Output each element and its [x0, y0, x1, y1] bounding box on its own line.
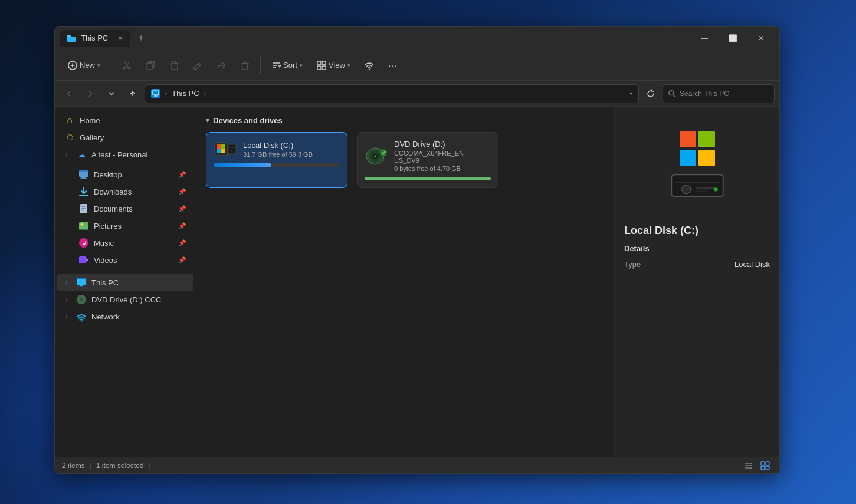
cloud-expand-icon: › — [62, 150, 71, 159]
tab-label: This PC — [81, 34, 108, 42]
view-chevron-icon: ▾ — [347, 62, 350, 68]
svg-point-56 — [231, 150, 232, 152]
svg-rect-74 — [766, 462, 769, 465]
sidebar-item-videos[interactable]: Videos 📌 — [57, 252, 193, 268]
sidebar-item-desktop[interactable]: Desktop 📌 — [57, 166, 193, 183]
back-icon — [65, 90, 73, 98]
thispc-svg-icon — [76, 277, 87, 288]
sidebar-item-music[interactable]: Music 📌 — [57, 235, 193, 251]
sidebar-item-cloud[interactable]: › ☁ A test - Personal — [57, 146, 193, 163]
dvd-icon — [365, 147, 388, 166]
share-more-button[interactable] — [359, 55, 380, 76]
sidebar-item-downloads[interactable]: Downloads 📌 — [57, 183, 193, 200]
drive-c-name: Local Disk (C:) — [243, 141, 340, 150]
sidebar-network-label: Network — [91, 312, 120, 321]
svg-rect-28 — [81, 177, 86, 178]
svg-point-47 — [81, 299, 82, 300]
windows-logo — [680, 131, 715, 166]
paste-button[interactable] — [163, 55, 185, 76]
svg-point-65 — [684, 188, 687, 191]
refresh-button[interactable] — [641, 84, 660, 103]
drive-item-d[interactable]: DVD Drive (D:) CCCOMA_X64FRE_EN-US_DV9 0… — [357, 132, 498, 188]
grid-view-icon — [760, 461, 770, 470]
sidebar-item-dvd[interactable]: › DVD Drive (D:) CCC — [57, 291, 193, 308]
downloads-pin-icon: 📌 — [178, 188, 186, 196]
statusbar-view-controls — [742, 460, 772, 472]
sidebar-item-pictures[interactable]: Pictures 📌 — [57, 218, 193, 234]
drive-d-subname: CCCOMA_X64FRE_EN-US_DV9 — [394, 150, 491, 164]
section-title: Devices and drives — [213, 116, 283, 125]
address-pc-icon — [151, 89, 160, 98]
home-icon: ⌂ — [64, 115, 75, 126]
svg-line-25 — [673, 94, 675, 97]
drives-grid: Local Disk (C:) 31.7 GB free of 59.3 GB — [206, 132, 605, 188]
svg-point-20 — [369, 68, 370, 70]
svg-rect-8 — [172, 63, 178, 70]
main-content: ▾ Devices and drives — [196, 107, 614, 457]
detail-drive-title: Local Disk (C:) — [624, 225, 698, 237]
drive-d-progress-bg — [365, 177, 491, 180]
more-button[interactable]: ··· — [382, 55, 404, 76]
view-button[interactable]: View ▾ — [311, 57, 356, 74]
svg-rect-62 — [671, 174, 723, 197]
new-tab-button[interactable]: ＋ — [133, 30, 149, 47]
sidebar-item-home[interactable]: ⌂ Home — [57, 112, 193, 129]
titlebar: This PC ✕ ＋ — ⬜ ✕ — [55, 27, 779, 50]
search-box[interactable]: Search This PC — [663, 84, 775, 103]
wifi-share-icon — [365, 61, 374, 70]
cut-button[interactable] — [116, 55, 137, 76]
svg-rect-43 — [78, 286, 84, 287]
svg-rect-7 — [147, 63, 152, 70]
desktop-pin-icon: 📌 — [178, 171, 186, 179]
svg-rect-18 — [317, 66, 321, 70]
svg-rect-76 — [766, 466, 769, 470]
copy-button[interactable] — [140, 55, 161, 76]
sidebar-item-documents[interactable]: Documents 📌 — [57, 200, 193, 217]
sidebar-item-network[interactable]: › Network — [57, 308, 193, 325]
toolbar-separator-2 — [260, 57, 261, 74]
grid-view-toggle[interactable] — [758, 460, 772, 472]
close-button[interactable]: ✕ — [747, 29, 775, 48]
sidebar-downloads-label: Downloads — [94, 187, 132, 196]
svg-rect-17 — [322, 61, 326, 65]
up-button[interactable] — [123, 84, 142, 103]
list-view-toggle[interactable] — [742, 460, 756, 472]
sidebar-item-gallery[interactable]: ⎔ Gallery — [57, 129, 193, 146]
minimize-button[interactable]: — — [691, 29, 718, 48]
window-controls: — ⬜ ✕ — [691, 29, 775, 48]
address-box[interactable]: › This PC › ▾ — [145, 84, 639, 103]
rename-button[interactable] — [187, 55, 208, 76]
tab-this-pc[interactable]: This PC ✕ — [60, 30, 130, 47]
back-button[interactable] — [60, 84, 78, 103]
share-button[interactable] — [211, 55, 232, 76]
svg-point-69 — [714, 188, 717, 191]
tab-close-icon[interactable]: ✕ — [117, 34, 123, 42]
network-icon — [76, 311, 87, 322]
gallery-icon: ⎔ — [64, 132, 75, 143]
sort-button[interactable]: Sort ▾ — [265, 57, 309, 74]
tab-folder-icon — [67, 34, 76, 43]
forward-button[interactable] — [81, 84, 100, 103]
svg-rect-52 — [217, 149, 221, 153]
address-dropdown-icon: ▾ — [629, 90, 632, 97]
status-count-text: 2 items — [62, 462, 85, 470]
pictures-svg-icon — [78, 220, 89, 231]
delete-button[interactable] — [234, 55, 255, 76]
expand-path-button[interactable] — [102, 84, 121, 103]
svg-point-48 — [81, 320, 82, 321]
drive-item-c[interactable]: Local Disk (C:) 31.7 GB free of 59.3 GB — [206, 132, 347, 188]
monitor-icon — [152, 90, 159, 97]
drive-c-progress-fill — [214, 163, 271, 167]
drive-d-info: DVD Drive (D:) CCCOMA_X64FRE_EN-US_DV9 0… — [394, 140, 491, 172]
svg-rect-42 — [80, 285, 83, 286]
ellipsis-icon: ··· — [388, 61, 397, 70]
maximize-button[interactable]: ⬜ — [719, 29, 746, 48]
downloads-icon — [78, 186, 89, 197]
new-button[interactable]: New ▾ — [62, 57, 106, 74]
sidebar-item-thispc[interactable]: › This PC — [57, 274, 193, 291]
win-q1 — [680, 131, 696, 147]
svg-rect-21 — [153, 91, 159, 95]
detail-type-row: Type Local Disk — [624, 258, 770, 271]
desktop-icon — [78, 169, 89, 180]
videos-svg-icon — [78, 255, 89, 265]
